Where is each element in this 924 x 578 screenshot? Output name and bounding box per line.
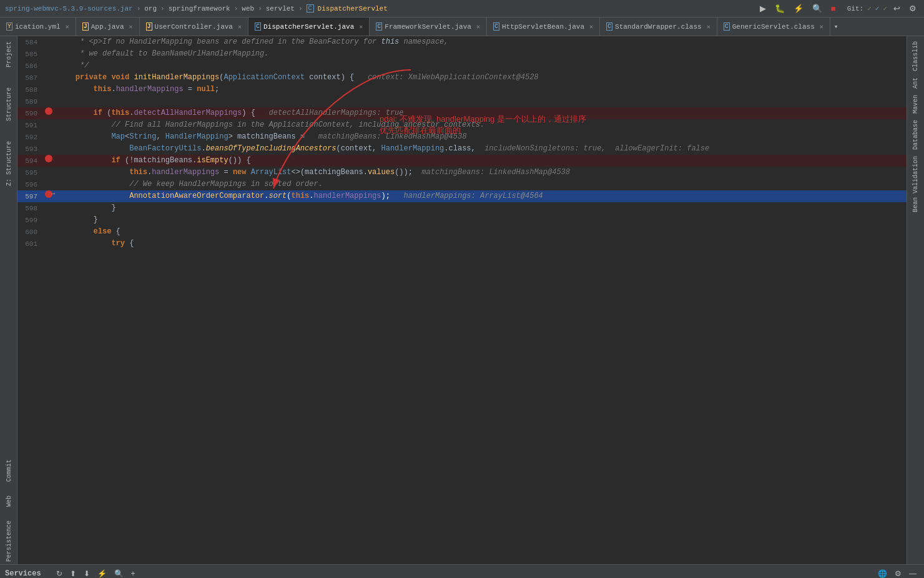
close-icon-standardwrapper[interactable]: ✕ <box>707 23 710 31</box>
line-num-596: 596 <box>17 179 42 190</box>
line-num-584: 584 <box>17 36 42 48</box>
close-icon-app[interactable]: ✕ <box>129 23 133 31</box>
code-pane: 584 * <p>If no HandlerMapping beans are … <box>17 36 907 564</box>
undo-button[interactable]: ↩ <box>891 2 903 14</box>
code-line-595: 595 this.handlerMappings = new ArrayList… <box>17 167 907 179</box>
tab-genericservlet[interactable]: C GenericServlet.class ✕ <box>717 17 830 36</box>
line-num-590: 590 <box>17 107 42 119</box>
git-label: Git: <box>847 5 863 12</box>
more-tabs-button[interactable]: ▾ <box>830 17 842 36</box>
code-line-584: 584 * <p>If no HandlerMapping beans are … <box>17 36 907 48</box>
sidebar-bean-validation[interactable]: Bean Validation <box>911 154 920 215</box>
code-text-595: this.handlerMappings = new ArrayList<>(m… <box>55 167 907 178</box>
coverage-button[interactable]: ⚡ <box>791 2 806 14</box>
close-icon-yml[interactable]: ✕ <box>66 23 69 31</box>
close-icon-genericservlet[interactable]: ✕ <box>820 23 823 31</box>
file-tabs: Y ication.yml ✕ J App.java ✕ J UserContr… <box>0 17 924 36</box>
filter-services-button[interactable]: 🔍 <box>112 568 126 579</box>
line-num-598: 598 <box>17 202 42 214</box>
close-icon-httpservletbean[interactable]: ✕ <box>589 23 593 31</box>
tab-label-httpservletbean: HttpServletBean.java <box>502 23 584 31</box>
services-title: Services <box>5 569 41 578</box>
close-icon-frameworkservlet[interactable]: ✕ <box>476 23 480 31</box>
tab-icon-frameworkservlet: C <box>376 22 382 31</box>
code-content[interactable]: 584 * <p>If no HandlerMapping beans are … <box>17 36 907 564</box>
expand-all-button[interactable]: ⬆ <box>67 568 79 579</box>
code-text-585: * we default to BeanNameUrlHandlerMappin… <box>55 48 907 59</box>
tab-label-usercontroller: UserController.java <box>155 23 233 31</box>
breakpoint-594[interactable] <box>45 155 52 162</box>
sidebar-classlib[interactable]: Classlib <box>911 39 920 74</box>
tab-label-standardwrapper: StandardWrapper.class <box>615 23 702 31</box>
debug-button[interactable]: 🐛 <box>772 2 787 14</box>
profile-button[interactable]: 🔍 <box>810 2 825 14</box>
sidebar-ant[interactable]: Ant <box>911 75 920 91</box>
code-line-599: 599 } <box>17 214 907 226</box>
code-line-601: 601 try { <box>17 238 907 250</box>
tab-label-dispatcherservlet: DispatcherServlet.java <box>263 23 354 31</box>
code-text-591: // Find all HandlerMappings in the Appli… <box>55 119 907 130</box>
run-service-button[interactable]: ⚡ <box>95 568 109 579</box>
add-service-button[interactable]: + <box>129 568 138 579</box>
main-area: Project Structure Z: Structure Commit We… <box>0 36 924 564</box>
tab-icon-standardwrapper: C <box>606 22 612 31</box>
project-icon[interactable]: Project <box>1 39 16 70</box>
refresh-button[interactable]: ↻ <box>54 568 65 579</box>
close-icon-dispatcherservlet[interactable]: ✕ <box>359 23 363 31</box>
sidebar-maven[interactable]: Maven <box>911 92 920 116</box>
code-line-589: 589 <box>17 96 907 107</box>
run-button[interactable]: ▶ <box>757 2 769 14</box>
breadcrumb-web: web <box>242 5 254 12</box>
gear-services-button[interactable]: ⚙ <box>892 568 904 579</box>
tab-dispatcherservlet[interactable]: C DispatcherServlet.java ✕ <box>248 17 370 36</box>
sidebar-database[interactable]: Database <box>911 117 920 152</box>
structure-icon[interactable]: Structure <box>1 85 16 124</box>
tab-label-genericservlet: GenericServlet.class <box>732 23 815 31</box>
line-num-599: 599 <box>17 214 42 226</box>
sep: › <box>298 5 303 12</box>
breakpoint-590[interactable] <box>45 107 52 115</box>
sep: › <box>234 5 238 12</box>
right-sidebar: Classlib Ant Maven Database Bean Validat… <box>907 36 924 564</box>
code-text-596: // We keep HandlerMappings in sorted ord… <box>55 179 907 190</box>
collapse-all-button[interactable]: ⬇ <box>81 568 92 579</box>
code-line-590: 590 if (this.detectAllHandlerMappings) {… <box>17 107 907 119</box>
code-line-600: 600 else { <box>17 226 907 238</box>
code-line-593: 593 BeanFactoryUtils.beansOfTypeIncludin… <box>17 143 907 155</box>
stop-button[interactable]: ■ <box>828 2 838 14</box>
minimize-button[interactable]: — <box>907 568 919 579</box>
breakpoint-597[interactable]: → <box>45 190 52 198</box>
tab-app-java[interactable]: J App.java ✕ <box>76 17 140 36</box>
sep: › <box>160 5 165 12</box>
tab-application-yml[interactable]: Y ication.yml ✕ <box>0 17 76 36</box>
bp-area-597: → <box>42 190 55 198</box>
commit-icon[interactable]: Commit <box>1 457 16 484</box>
code-text-587: private void initHandlerMappings(Applica… <box>55 72 907 83</box>
line-num-593: 593 <box>17 143 42 155</box>
globe-icon-button[interactable]: 🌐 <box>875 568 890 579</box>
code-text-598: } <box>55 202 907 213</box>
bookmarks-icon[interactable]: Z: Structure <box>1 139 16 189</box>
line-num-587: 587 <box>17 72 42 84</box>
tab-label-frameworkservlet: FrameworkServlet.java <box>385 23 471 31</box>
breadcrumb-springframework: springframework <box>169 5 230 12</box>
sep: › <box>258 5 262 12</box>
tab-httpservletbean[interactable]: C HttpServletBean.java ✕ <box>487 17 600 36</box>
code-text-589 <box>55 96 907 107</box>
persistence-icon[interactable]: Persistence <box>1 518 16 564</box>
code-text-597: AnnotationAwareOrderComparator.sort(this… <box>55 190 907 202</box>
tab-usercontroller[interactable]: J UserController.java ✕ <box>140 17 248 36</box>
code-line-594: 594 if (!matchingBeans.isEmpty()) { <box>17 155 907 167</box>
bp-area-590 <box>42 107 55 115</box>
tab-standardwrapper[interactable]: C StandardWrapper.class ✕ <box>600 17 717 36</box>
breadcrumb-servlet: servlet <box>266 5 295 12</box>
web-icon[interactable]: Web <box>1 493 16 509</box>
code-text-584: * <p>If no HandlerMapping beans are defi… <box>55 36 907 47</box>
code-line-596: 596 // We keep HandlerMappings in sorted… <box>17 179 907 190</box>
left-sidebar: Project Structure Z: Structure Commit We… <box>0 36 17 564</box>
tab-frameworkservlet[interactable]: C FrameworkServlet.java ✕ <box>370 17 487 36</box>
close-icon-usercontroller[interactable]: ✕ <box>238 23 242 31</box>
tab-icon-dispatcherservlet: C <box>255 22 261 31</box>
code-text-590: if (this.detectAllHandlerMappings) { det… <box>55 107 907 119</box>
settings-button[interactable]: ⚙ <box>907 2 919 14</box>
